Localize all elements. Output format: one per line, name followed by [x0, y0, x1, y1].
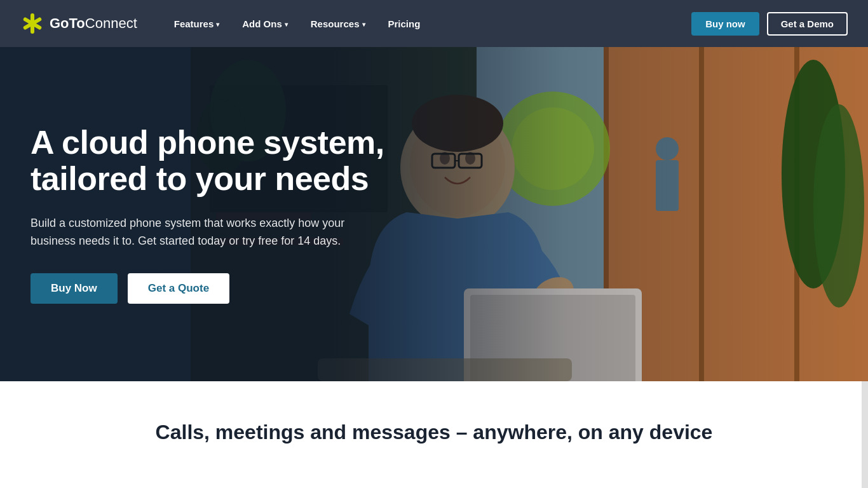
hero-buttons: Buy Now Get a Quote: [31, 273, 414, 304]
nav-links: Features ▾ Add Ons ▾ Resources ▾ Pricing: [163, 0, 691, 47]
navbar: GoToConnect Features ▾ Add Ons ▾ Resourc…: [0, 0, 868, 47]
below-hero-title: Calls, meetings and messages – anywhere,…: [31, 419, 837, 446]
hero-content: A cloud phone system, tailored to your n…: [0, 47, 445, 381]
hero-get-quote-button[interactable]: Get a Quote: [128, 273, 229, 304]
hero-section: A cloud phone system, tailored to your n…: [0, 47, 868, 381]
nav-resources[interactable]: Resources ▾: [299, 0, 377, 47]
hero-headline: A cloud phone system, tailored to your n…: [31, 125, 414, 197]
buy-now-button[interactable]: Buy now: [691, 12, 759, 36]
nav-features[interactable]: Features ▾: [163, 0, 231, 47]
logo[interactable]: GoToConnect: [20, 11, 137, 36]
chevron-down-icon: ▾: [216, 21, 219, 28]
chevron-down-icon: ▾: [285, 21, 288, 28]
get-demo-button[interactable]: Get a Demo: [767, 12, 848, 36]
hero-subtext: Build a customized phone system that wor…: [31, 215, 386, 250]
logo-text: GoToConnect: [50, 15, 137, 32]
nav-addons[interactable]: Add Ons ▾: [231, 0, 299, 47]
below-hero-section: Calls, meetings and messages – anywhere,…: [0, 381, 868, 471]
hero-buy-now-button[interactable]: Buy Now: [31, 273, 118, 304]
chevron-down-icon: ▾: [362, 21, 365, 28]
nav-pricing[interactable]: Pricing: [377, 0, 432, 47]
nav-actions: Buy now Get a Demo: [691, 12, 848, 36]
logo-icon: [20, 11, 44, 36]
